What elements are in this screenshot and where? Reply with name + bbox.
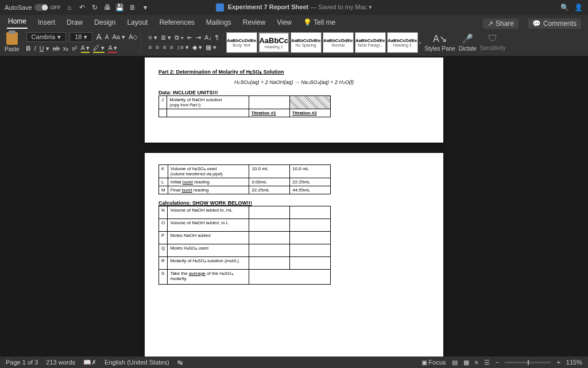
data-table-j: JMolarity of NaOH solution(copy from Par… (158, 95, 331, 117)
redo-icon[interactable]: ↻ (91, 3, 99, 12)
toggle-icon (34, 4, 48, 11)
justify-button[interactable]: ≡ (170, 44, 173, 51)
search-icon[interactable]: 🔍 (560, 3, 568, 12)
view-print-icon[interactable]: ▤ (452, 359, 458, 366)
zoom-out-icon[interactable]: − (496, 359, 499, 366)
view-web-icon[interactable]: ≡ (475, 359, 478, 366)
page-1: Part 2: Determination of Molarity of H₂S… (145, 57, 443, 143)
word-doc-icon (216, 3, 224, 12)
page-2: KVolume of H₂SO₄ used(volume transferred… (145, 153, 443, 356)
save-icon[interactable]: 💾 (116, 3, 124, 12)
dec-indent-button[interactable]: ⇤ (187, 34, 192, 41)
paste-button[interactable]: Paste (5, 32, 20, 52)
document-canvas[interactable]: Part 2: Determination of Molarity of H₂S… (0, 57, 588, 356)
italic-button[interactable]: I (34, 45, 36, 52)
data-header: Data: INCLUDE UNITS!!! (158, 90, 218, 95)
language[interactable]: English (United States) (105, 359, 169, 366)
undo-icon[interactable]: ↶ (78, 3, 86, 12)
sort-button[interactable]: A↓ (204, 34, 212, 41)
bullets-button[interactable]: ≡ ▾ (148, 34, 157, 41)
inc-indent-button[interactable]: ⇥ (196, 34, 201, 41)
zoom-value[interactable]: 115% (566, 359, 582, 366)
zoom-slider[interactable] (505, 362, 551, 363)
tab-mailings[interactable]: Mailings (205, 16, 233, 29)
align-left-button[interactable]: ≡ (148, 44, 152, 51)
styles-gallery[interactable]: AaBbCcDdEeBody Text AaBbCcHeading 1 AaBb… (226, 32, 421, 53)
accessibility-icon[interactable]: ↹ (177, 359, 183, 366)
title-bar: AutoSave OFF ⌂ ↶ ↻ 🖶 💾 🗎 ▾ Experiment 7 … (0, 0, 588, 15)
home-icon[interactable]: ⌂ (65, 3, 74, 12)
shading-button[interactable]: ◆ ▾ (192, 44, 202, 51)
highlight-button[interactable]: 🖊 ▾ (93, 44, 105, 53)
tab-references[interactable]: References (158, 16, 195, 29)
clipboard-icon (6, 32, 18, 45)
clear-format-button[interactable]: A◇ (129, 33, 137, 41)
multilevel-button[interactable]: ⧉ ▾ (175, 34, 184, 41)
style-no-spacing[interactable]: AaBbCcDdEeNo Spacing (291, 32, 322, 53)
comments-button[interactable]: 💬 Comments (528, 18, 581, 29)
shrink-font-button[interactable]: A (105, 34, 109, 40)
share-button[interactable]: ↗ Share (483, 18, 519, 29)
font-size-select[interactable]: 18 ▾ (69, 32, 92, 42)
tab-insert[interactable]: Insert (37, 16, 56, 29)
status-bar: Page 1 of 3 213 words 📖✗ English (United… (0, 356, 588, 368)
subscript-button[interactable]: x₂ (63, 45, 69, 52)
style-normal[interactable]: AaBbCcDdEeNormal (323, 32, 354, 53)
print-icon[interactable]: 🖶 (103, 3, 111, 12)
page-count[interactable]: Page 1 of 3 (6, 359, 38, 366)
dictate-button[interactable]: 🎤Dictate (459, 33, 477, 52)
autosave-toggle[interactable]: AutoSave OFF (5, 4, 61, 11)
style-body-text[interactable]: AaBbCcDdEeBody Text (226, 32, 257, 53)
style-table-paragraph[interactable]: AaBbCcDdEeTable Paragr... (355, 32, 386, 53)
tell-me[interactable]: 💡 Tell me (302, 16, 336, 29)
align-right-button[interactable]: ≡ (163, 44, 166, 51)
bold-button[interactable]: B (26, 45, 31, 52)
style-heading-2[interactable]: AaBbCcDdEeHeading 2 (387, 32, 418, 53)
calc-table: NVolume of NaOH added in, mL OVolume of … (158, 206, 331, 285)
showmarks-button[interactable]: ¶ (215, 34, 219, 41)
equation: H₂SO₄(aq) + 2 NaOH(aq) → Na₂SO₄(aq) + 2 … (158, 79, 430, 85)
sensitivity-button[interactable]: 🛡Sensitivity (480, 33, 506, 51)
tab-view[interactable]: View (276, 16, 293, 29)
calc-header: Calculations: SHOW WORK BELOW!!! (158, 200, 252, 206)
view-read-icon[interactable]: ▦ (463, 359, 469, 366)
grow-font-button[interactable]: A (96, 32, 101, 41)
spellcheck-icon[interactable]: 📖✗ (83, 359, 96, 366)
font-color-button[interactable]: A ▾ (108, 44, 117, 53)
tab-home[interactable]: Home (7, 15, 28, 29)
newdoc-icon[interactable]: 🗎 (129, 3, 137, 12)
focus-button[interactable]: ▣ Focus (421, 359, 446, 366)
underline-button[interactable]: U ▾ (40, 45, 49, 52)
tab-draw[interactable]: Draw (65, 16, 84, 29)
zoom-in-icon[interactable]: + (556, 359, 560, 366)
strike-button[interactable]: ab (53, 45, 60, 52)
style-heading-1[interactable]: AaBbCcHeading 1 (258, 32, 289, 53)
align-center-button[interactable]: ≡ (156, 44, 159, 51)
change-case-button[interactable]: Aa ▾ (112, 33, 125, 41)
font-name-select[interactable]: Cambria ▾ (26, 32, 67, 42)
word-count[interactable]: 213 words (46, 359, 75, 366)
styles-more-icon[interactable]: › (419, 39, 421, 46)
superscript-button[interactable]: x² (72, 45, 77, 52)
styles-pane-button[interactable]: A↘Styles Pane (424, 33, 455, 52)
view-outline-icon[interactable]: ☰ (484, 359, 490, 366)
chevron-down-icon[interactable]: ▾ (141, 3, 149, 12)
tab-design[interactable]: Design (93, 16, 117, 29)
numbering-button[interactable]: ≣ ▾ (161, 34, 171, 41)
borders-button[interactable]: ▦ ▾ (206, 44, 216, 51)
linespacing-button[interactable]: ↕≡ ▾ (177, 44, 189, 51)
text-effects-button[interactable]: A ▾ (81, 44, 90, 53)
data-table-klm: KVolume of H₂SO₄ used(volume transferred… (158, 164, 331, 194)
tab-review[interactable]: Review (242, 16, 266, 29)
tab-layout[interactable]: Layout (126, 16, 149, 29)
ribbon: Paste Cambria ▾ 18 ▾ A A Aa ▾ A◇ B I U ▾… (0, 29, 588, 56)
ribbon-tabs: Home Insert Draw Design Layout Reference… (0, 15, 588, 29)
user-icon[interactable]: 👤 (574, 3, 582, 12)
section-title: Part 2: Determination of Molarity of H₂S… (158, 69, 284, 75)
